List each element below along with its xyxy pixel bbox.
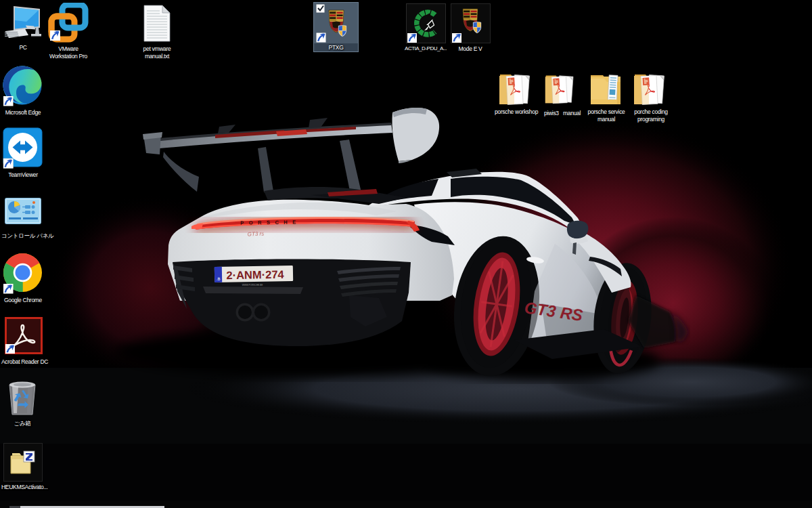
svg-text:2·ANM·274: 2·ANM·274 bbox=[226, 268, 284, 281]
svg-text:WWW.PORSCHE.BE: WWW.PORSCHE.BE bbox=[242, 284, 263, 287]
svg-text:GT3 rs: GT3 rs bbox=[248, 231, 265, 238]
svg-text:PORSCHE: PORSCHE bbox=[240, 219, 301, 226]
svg-text:.B: .B bbox=[217, 277, 221, 281]
